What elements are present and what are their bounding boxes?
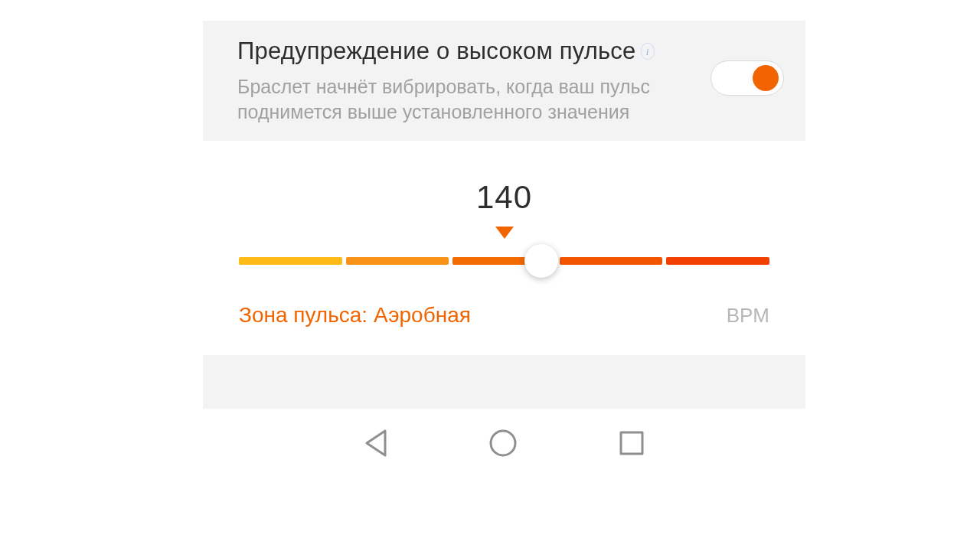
pointer-down-icon xyxy=(495,227,514,239)
high-pulse-alert-card: Предупреждение о высоком пульсе i Брасле… xyxy=(203,21,805,141)
svg-rect-2 xyxy=(621,432,642,454)
pulse-threshold-panel: 140 Зона пульса: Аэробная BPM xyxy=(203,141,805,355)
svg-marker-0 xyxy=(367,431,385,455)
pulse-threshold-value: 140 xyxy=(232,179,776,216)
track-segment xyxy=(239,257,342,265)
zone-prefix: Зона пульса: xyxy=(239,303,374,327)
settings-screen: Предупреждение о высоком пульсе i Брасле… xyxy=(203,21,805,530)
track-segment xyxy=(666,257,769,265)
header-text-block: Предупреждение о высоком пульсе i Брасле… xyxy=(237,37,710,124)
nav-recent-icon[interactable] xyxy=(618,429,645,457)
info-icon[interactable]: i xyxy=(641,43,655,60)
setting-title: Предупреждение о высоком пульсе xyxy=(237,37,636,65)
pulse-slider-track[interactable] xyxy=(239,257,769,265)
pulse-slider-thumb[interactable] xyxy=(524,244,558,278)
svg-point-1 xyxy=(491,431,515,455)
enable-alert-toggle[interactable] xyxy=(710,60,784,96)
nav-back-icon[interactable] xyxy=(364,428,388,458)
toggle-knob xyxy=(753,65,779,91)
slider-label-row: Зона пульса: Аэробная BPM xyxy=(239,303,769,328)
bpm-unit-label: BPM xyxy=(727,304,769,328)
nav-home-icon[interactable] xyxy=(488,428,518,458)
android-nav-bar xyxy=(203,409,805,478)
pulse-zone-label: Зона пульса: Аэробная xyxy=(239,303,471,328)
track-segment xyxy=(346,257,449,265)
track-segment xyxy=(560,257,663,265)
zone-name: Аэробная xyxy=(374,303,471,327)
setting-description: Браслет начнёт вибрировать, когда ваш пу… xyxy=(237,74,666,124)
header-title-row: Предупреждение о высоком пульсе i xyxy=(237,37,695,65)
section-spacer xyxy=(203,355,805,409)
